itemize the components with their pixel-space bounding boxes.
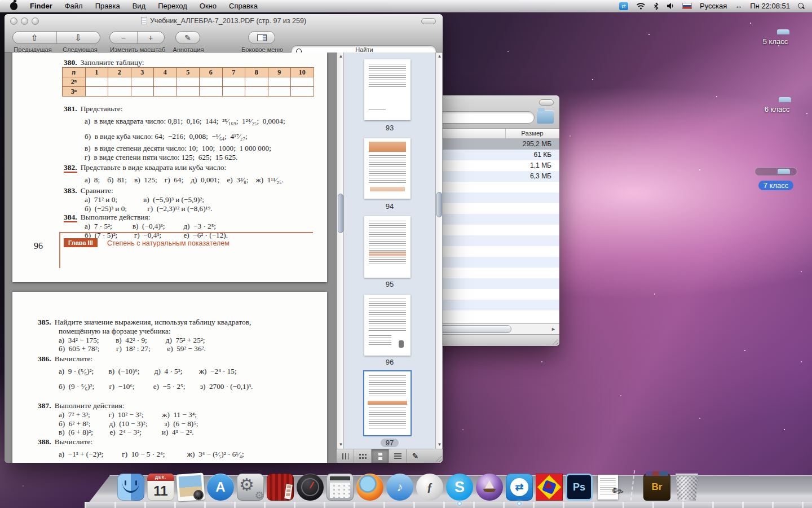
iphoto-dock-icon[interactable] — [176, 472, 205, 501]
pdf-page-96: 380.Заполните таблицу: n 1 2 3 4 5 6 7 8… — [12, 52, 327, 282]
thumbnail-sidebar: 93 94 95 96 97 — [344, 52, 435, 463]
calculator-dock-icon[interactable] — [326, 474, 354, 501]
menu-go[interactable]: Переход — [158, 2, 187, 10]
thumbnail-label: 95 — [344, 280, 435, 288]
adobe-bridge-dock-icon[interactable]: Br — [643, 474, 670, 501]
running-indicator — [517, 501, 522, 506]
menu-view[interactable]: Вид — [133, 2, 146, 10]
menu-file[interactable]: Файл — [65, 2, 83, 10]
dashboard-dock-icon[interactable] — [297, 474, 324, 501]
annotate-button[interactable] — [175, 31, 200, 44]
pencil-icon — [184, 33, 191, 42]
firefox-dock-icon[interactable] — [356, 474, 383, 501]
dock: ДЕК. 11 A ⚙⚙ ♪ ƒ S — [0, 467, 812, 508]
desktop-folder-5-klass[interactable]: 5 класс — [754, 33, 797, 46]
menu-edit[interactable]: Правка — [95, 2, 120, 10]
calendar-dock-icon[interactable]: ДЕК. 11 — [147, 474, 174, 501]
sidebar-icon — [257, 34, 267, 41]
folder-label: 5 класс — [763, 37, 788, 46]
problem-386: 386.Вычислите: а) 9 · (⁵⁄₆)²; в) (−10)⁶;… — [38, 354, 314, 394]
itunes-dock-icon[interactable]: ♪ — [386, 474, 413, 501]
input-language-label[interactable]: Русская — [700, 2, 727, 10]
app-store-dock-icon[interactable]: A — [207, 474, 234, 501]
thumbnail-label-selected: 97 — [344, 439, 435, 447]
ship-game-dock-icon[interactable] — [476, 474, 503, 501]
folder-label: 6 класс — [765, 105, 790, 113]
skype-dock-icon[interactable]: S — [446, 474, 473, 501]
menu-window[interactable]: Окно — [200, 2, 217, 10]
sidebar-button[interactable] — [248, 31, 275, 44]
menu-help[interactable]: Справка — [229, 2, 258, 10]
previous-page-button[interactable] — [13, 32, 56, 43]
down-arrow-icon — [74, 33, 82, 43]
preview-window: Учебник_АЛГЕБРА-7_2013.PDF (стр. 97 из 2… — [5, 14, 443, 463]
menu-bar: Finder Файл Правка Вид Переход Окно Спра… — [0, 0, 812, 12]
resize-grip[interactable] — [434, 454, 442, 462]
dock-front-edge — [85, 502, 812, 508]
photo-booth-dock-icon[interactable] — [267, 474, 294, 501]
chapter-badge: Глава III — [64, 238, 98, 247]
teamviewer-dock-icon[interactable]: ⇄ — [506, 474, 533, 501]
thumbnail-page-96[interactable] — [364, 295, 411, 356]
toolbar-toggle-button[interactable] — [421, 18, 436, 24]
annotate-quick-button[interactable] — [407, 449, 424, 463]
thumbnail-page-93[interactable] — [364, 59, 411, 120]
preview-content: 380.Заполните таблицу: n 1 2 3 4 5 6 7 8… — [5, 52, 443, 463]
russian-flag-icon[interactable] — [682, 3, 692, 9]
thumbnail-page-95[interactable] — [364, 216, 411, 278]
spaces-arrows-icon[interactable]: ↔ — [735, 2, 742, 10]
scroll-right-arrow-icon[interactable]: ► — [551, 326, 556, 332]
system-preferences-dock-icon[interactable]: ⚙⚙ — [237, 474, 264, 501]
spotlight-icon[interactable] — [798, 3, 804, 9]
thumbnail-page-97-selected[interactable] — [364, 371, 411, 435]
problem-380: 380.Заполните таблицу: — [64, 58, 323, 67]
running-indicator — [457, 501, 462, 506]
thumbnail-page-94[interactable] — [364, 138, 411, 199]
thumbnail-label: 94 — [344, 202, 435, 211]
pdf-view[interactable]: 380.Заполните таблицу: n 1 2 3 4 5 6 7 8… — [5, 52, 337, 463]
scrollbar-thumb[interactable] — [338, 194, 343, 233]
toolbar-toggle-button[interactable] — [539, 99, 554, 106]
finder-dock-icon[interactable] — [117, 474, 144, 501]
next-page-button[interactable] — [56, 32, 100, 43]
app-menu-finder[interactable]: Finder — [30, 2, 52, 10]
view-list-button[interactable] — [389, 449, 407, 463]
problem-385: 385.Найдите значение выражения, использу… — [38, 318, 314, 353]
bluetooth-icon[interactable] — [654, 2, 659, 10]
teamviewer-status-icon[interactable]: ⇄ — [619, 2, 628, 10]
title-bar[interactable]: Учебник_АЛГЕБРА-7_2013.PDF (стр. 97 из 2… — [5, 14, 443, 28]
zoom-in-button[interactable]: + — [137, 32, 165, 43]
sidebar-scrollbar[interactable]: ▲ ▼ — [435, 52, 443, 463]
pdf-page-97: 385.Найдите значение выражения, использу… — [12, 292, 327, 463]
desktop-folder-6-klass[interactable]: 6 класс — [756, 100, 798, 114]
apple-menu-icon[interactable] — [10, 2, 17, 10]
pdf-vertical-scrollbar[interactable]: ▲ ▼ — [337, 52, 344, 463]
scrollbar-thumb[interactable] — [436, 192, 442, 217]
view-grid-button[interactable] — [354, 449, 372, 463]
sidebar-view-bar — [337, 449, 443, 463]
view-columns-button[interactable] — [337, 449, 354, 463]
scroll-up-arrow-icon[interactable]: ▲ — [436, 54, 443, 59]
preview-toolbar: Предыдущая Следующая − + Изменить масшта… — [5, 28, 443, 52]
geometry-app-dock-icon[interactable] — [536, 474, 563, 501]
thumbnail-label: 93 — [344, 124, 435, 132]
trash-dock-icon[interactable] — [675, 474, 699, 501]
zoom-buttons: − + — [109, 31, 165, 44]
problem-383: 383.Сравните: а) 71² и 0; в) (−5,9)³ и (… — [64, 186, 323, 213]
powers-table: n 1 2 3 4 5 6 7 8 9 10 2ⁿ — [62, 67, 314, 97]
textedit-dock-icon[interactable]: ✎ — [595, 474, 623, 501]
dock-separator — [630, 470, 636, 501]
photoshop-dock-icon[interactable]: Ps — [566, 474, 593, 501]
wifi-icon[interactable] — [636, 2, 646, 10]
scroll-down-arrow-icon[interactable]: ▼ — [436, 442, 443, 447]
menu-bar-clock[interactable]: Пн 22:08:51 — [750, 2, 790, 10]
desktop-folder-7-klass[interactable]: 7 класс — [754, 167, 797, 190]
view-thumbnails-button[interactable] — [372, 449, 389, 463]
list-icon — [394, 453, 401, 459]
music-app-dock-icon[interactable]: ƒ — [416, 474, 443, 501]
zoom-out-button[interactable]: − — [110, 32, 137, 43]
folder-label-selected: 7 класс — [758, 181, 794, 190]
resize-grip[interactable] — [551, 338, 558, 345]
column-size[interactable]: Размер — [505, 130, 559, 137]
volume-icon[interactable] — [667, 2, 674, 10]
